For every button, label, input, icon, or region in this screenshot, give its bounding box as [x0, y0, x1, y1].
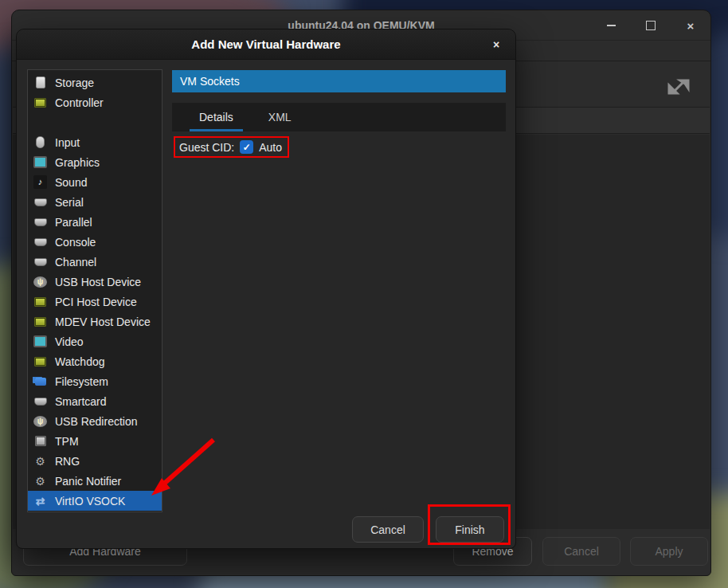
gear-icon: ⚙: [33, 454, 47, 468]
auto-checkbox[interactable]: ✓: [240, 140, 253, 154]
cancel-button[interactable]: Cancel: [352, 516, 424, 543]
arrows-icon: ⇄: [33, 494, 47, 508]
sidebar-item-label: USB Host Device: [55, 276, 141, 288]
sidebar-item-label: Channel: [55, 256, 96, 269]
dialog-title: Add New Virtual Hardware: [191, 37, 340, 51]
sidebar-item-virtio-vsock[interactable]: ⇄ VirtIO VSOCK: [28, 491, 162, 511]
folder-icon: [33, 374, 47, 388]
sidebar-item-video[interactable]: Video: [28, 331, 162, 351]
fullscreen-icon[interactable]: [664, 73, 693, 101]
sidebar-item-label: Panic Notifier: [55, 475, 121, 488]
usb-icon: ψ: [33, 276, 47, 288]
sidebar-item-label: Storage: [55, 76, 94, 89]
apply-button[interactable]: Apply: [630, 537, 708, 566]
guest-cid-annotation-box: Guest CID: ✓ Auto: [174, 136, 289, 158]
sidebar-item-label: Controller: [55, 96, 104, 109]
guest-cid-label: Guest CID:: [179, 141, 234, 154]
sidebar-item-controller[interactable]: Controller: [28, 92, 162, 112]
sidebar-item-console[interactable]: Console: [28, 232, 162, 252]
chip-gray-icon: [33, 434, 47, 448]
window-controls: ×: [602, 10, 699, 41]
sidebar-item-label: Serial: [55, 196, 84, 209]
sidebar-item-label: Parallel: [55, 216, 92, 229]
serial-port-icon: [33, 394, 47, 408]
tab-bar: DetailsXML: [172, 103, 506, 131]
panel-content: Guest CID: ✓ Auto: [172, 131, 506, 486]
serial-port-icon: [33, 195, 47, 209]
cancel-button[interactable]: Cancel: [542, 537, 620, 566]
usb-icon: ψ: [33, 416, 47, 427]
sidebar-item-label: MDEV Host Device: [55, 316, 151, 328]
sidebar-item-label: Sound: [55, 176, 87, 189]
tab-details[interactable]: Details: [182, 103, 251, 131]
sidebar-item-sound[interactable]: ♪ Sound: [28, 172, 162, 192]
sidebar-item-panic-notifier[interactable]: ⚙ Panic Notifier: [28, 471, 162, 491]
sidebar-item-label: TPM: [55, 435, 79, 448]
sidebar-item-label: VirtIO VSOCK: [55, 495, 125, 508]
sidebar-item-mdev-host-device[interactable]: MDEV Host Device: [28, 312, 162, 331]
sidebar-item-tpm[interactable]: TPM: [28, 431, 162, 451]
monitor-icon: [33, 155, 47, 169]
chip-icon: [33, 295, 47, 308]
sidebar-item-label: USB Redirection: [55, 415, 138, 428]
dialog-footer: Cancel Finish: [17, 511, 515, 548]
sidebar-item-watchdog[interactable]: Watchdog: [28, 351, 162, 371]
sidebar-item-label: Console: [55, 236, 96, 249]
chip-icon: [33, 96, 47, 109]
sidebar-item-label: Filesystem: [55, 375, 108, 388]
monitor-icon: [33, 335, 47, 348]
sidebar-item-label: Graphics: [55, 156, 100, 169]
sidebar-item-label: Video: [55, 335, 84, 348]
add-hardware-dialog: Add New Virtual Hardware × Storage Contr…: [16, 29, 516, 549]
chip-icon: [33, 355, 47, 368]
sidebar-item-filesystem[interactable]: Filesystem: [28, 371, 162, 391]
disk-icon: [33, 76, 47, 89]
sidebar-item-parallel[interactable]: Parallel: [28, 212, 162, 232]
speaker-icon: ♪: [33, 175, 47, 189]
minimize-icon[interactable]: [602, 17, 620, 34]
sidebar-spacer: [28, 112, 162, 132]
panel-title-bar: VM Sockets: [172, 70, 506, 92]
panel-title: VM Sockets: [180, 75, 240, 88]
sidebar-item-input[interactable]: Input: [28, 132, 162, 152]
sidebar-item-label: Watchdog: [55, 355, 105, 368]
serial-port-icon: [33, 255, 47, 269]
sidebar-item-channel[interactable]: Channel: [28, 252, 162, 272]
sidebar-item-usb-redirection[interactable]: ψ USB Redirection: [28, 411, 162, 431]
chip-icon: [33, 315, 47, 328]
mouse-icon: [33, 135, 47, 149]
auto-label: Auto: [259, 141, 282, 154]
dialog-close-icon[interactable]: ×: [488, 37, 504, 53]
sidebar-item-serial[interactable]: Serial: [28, 192, 162, 212]
sidebar-item-smartcard[interactable]: Smartcard: [28, 391, 162, 411]
gear-icon: ⚙: [33, 474, 47, 488]
tab-xml[interactable]: XML: [251, 103, 309, 131]
sidebar-item-label: RNG: [55, 455, 80, 468]
sidebar-item-rng[interactable]: ⚙ RNG: [28, 451, 162, 471]
sidebar-item-storage[interactable]: Storage: [28, 73, 162, 92]
details-panel: VM Sockets DetailsXML Guest CID: ✓ Auto: [172, 70, 506, 512]
serial-port-icon: [33, 215, 47, 229]
hardware-type-list: Storage Controller Input Graphics ♪ Soun…: [27, 69, 162, 512]
serial-port-icon: [33, 235, 47, 249]
sidebar-item-pci-host-device[interactable]: PCI Host Device: [28, 292, 162, 312]
close-icon[interactable]: ×: [682, 17, 699, 34]
sidebar-item-label: Smartcard: [55, 395, 107, 408]
sidebar-item-label: Input: [55, 136, 80, 149]
sidebar-item-graphics[interactable]: Graphics: [28, 152, 162, 172]
sidebar-item-usb-host-device[interactable]: ψ USB Host Device: [28, 272, 162, 292]
finish-button[interactable]: Finish: [436, 516, 504, 543]
dialog-header: Add New Virtual Hardware ×: [17, 29, 515, 60]
maximize-icon[interactable]: [642, 17, 660, 34]
sidebar-item-label: PCI Host Device: [55, 296, 137, 308]
